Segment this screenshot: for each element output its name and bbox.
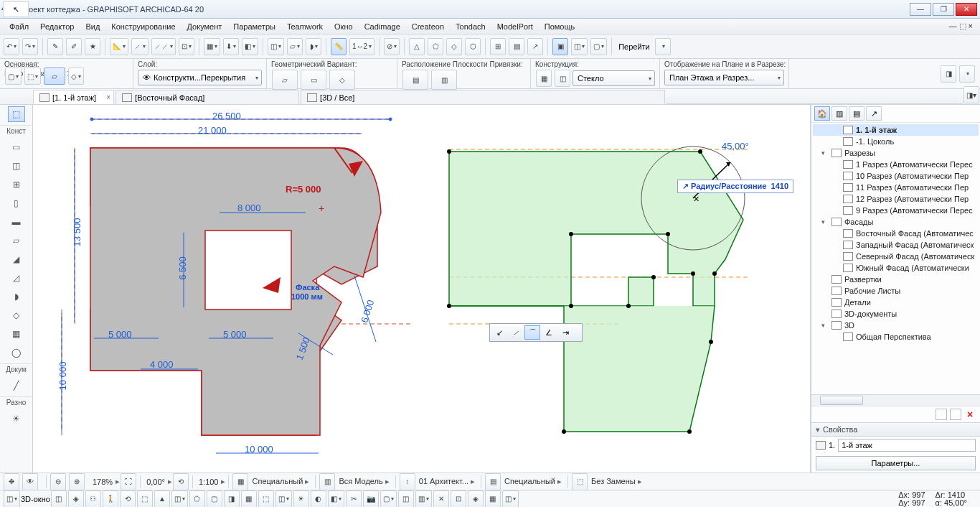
drawing-canvas[interactable]: ✕ 26 500 21 000 R=5 000 8 000 13 500 6 5… xyxy=(33,105,811,473)
sb-21[interactable]: ◫ xyxy=(398,490,414,508)
menu-document[interactable]: Документ xyxy=(182,21,227,32)
trace-ref-button[interactable]: ◫ xyxy=(571,38,588,55)
menu-view[interactable]: Вид xyxy=(80,21,105,32)
opt5-combo[interactable]: Без Замены xyxy=(588,477,645,486)
tree-node[interactable]: ▾Фасады xyxy=(813,216,979,228)
sb-11[interactable]: ◨ xyxy=(224,490,240,508)
sb-22[interactable]: ▥ xyxy=(415,490,432,508)
tree-node[interactable]: Рабочие Листы xyxy=(813,285,979,297)
fit-button[interactable]: ⛶ xyxy=(121,473,136,490)
tree-node[interactable]: Детали xyxy=(813,297,979,308)
menu-editor[interactable]: Редактор xyxy=(35,21,79,32)
sb-4[interactable]: 🚶 xyxy=(103,490,118,508)
grid-button[interactable]: ▦ xyxy=(204,38,220,55)
shape3-button[interactable]: ◇ xyxy=(446,38,462,55)
slab-tool[interactable]: ▱ xyxy=(8,233,25,248)
sb-9[interactable]: ⬠ xyxy=(189,490,205,508)
plane-top-button[interactable]: ▤ xyxy=(402,70,428,90)
pet-move-node[interactable]: ↙ xyxy=(491,325,507,340)
sb-16[interactable]: ◐ xyxy=(311,490,326,508)
pet-tangent[interactable]: ∠ xyxy=(541,325,557,340)
opt2-icon[interactable]: ▥ xyxy=(319,473,335,490)
tree-node[interactable]: Общая Перспектива xyxy=(813,331,979,343)
dimension-button[interactable]: 1↔2 xyxy=(349,38,374,55)
pick-button[interactable]: ✎ xyxy=(47,38,63,55)
zoom-in-button[interactable]: ⊕ xyxy=(69,473,85,490)
redo-button[interactable]: ↷ xyxy=(22,38,38,55)
inject-button[interactable]: ✐ xyxy=(66,38,82,55)
roof-tool[interactable]: ◿ xyxy=(8,270,25,286)
clone-view-button[interactable] xyxy=(950,409,961,420)
orbit-button[interactable]: ✥ xyxy=(4,473,19,490)
sb-26[interactable]: ▦ xyxy=(485,490,501,508)
scale-value[interactable]: 1:100 xyxy=(196,478,222,486)
suspend-button[interactable]: ⊘ xyxy=(384,38,400,55)
tab-3d[interactable]: [3D / Все] xyxy=(301,90,665,104)
menu-tondach[interactable]: Tondach xyxy=(451,21,491,32)
maximize-button[interactable]: ❐ xyxy=(933,3,954,16)
nav-project-map-button[interactable]: 🏠 xyxy=(814,106,830,121)
sb-6[interactable]: ⬚ xyxy=(137,490,153,508)
shape1-button[interactable]: △ xyxy=(409,38,425,55)
door-tool[interactable]: ◫ xyxy=(8,158,25,174)
tree-node[interactable]: Восточный Фасад (Автоматичес xyxy=(813,228,979,239)
opt1-icon[interactable]: ▦ xyxy=(232,473,248,490)
layer-combo[interactable]: 👁Конструкти...Перекрытия xyxy=(138,70,262,85)
goto-dropdown[interactable] xyxy=(655,38,671,55)
tree-node[interactable]: 3D-документы xyxy=(813,308,979,320)
sb-23[interactable]: ✕ xyxy=(433,490,449,508)
rot-reset-button[interactable]: ⟲ xyxy=(173,473,189,490)
zoom-value[interactable]: 178% xyxy=(90,478,116,486)
sb-13[interactable]: ⬚ xyxy=(258,490,274,508)
undo-button[interactable]: ↶ xyxy=(4,38,19,55)
snap-button[interactable]: ⊡ xyxy=(179,38,194,55)
sb-1[interactable]: ◫ xyxy=(51,490,67,508)
offset-button[interactable]: ⟋⟋ xyxy=(151,38,176,55)
opt4-combo[interactable]: Специальный xyxy=(501,477,565,486)
marquee-tool[interactable]: ⬚ xyxy=(8,106,25,122)
tree-node[interactable]: Западный Фасад (Автоматическ xyxy=(813,239,979,251)
menu-design[interactable]: Конструирование xyxy=(106,21,180,32)
curtain-tool[interactable]: ▦ xyxy=(8,326,25,342)
layout-button[interactable]: ▤ xyxy=(509,38,524,55)
tab-overflow-button[interactable]: ◨▾ xyxy=(963,86,979,103)
menu-teamwork[interactable]: Teamwork xyxy=(282,21,328,32)
shape4-button[interactable]: ⬡ xyxy=(465,38,481,55)
measure-button[interactable]: 📏 xyxy=(331,38,347,55)
sb-27[interactable]: ◫ xyxy=(502,490,519,508)
column-tool[interactable]: ▯ xyxy=(8,195,25,211)
opt3-combo[interactable]: 01 Архитект... xyxy=(416,477,478,486)
tab-close-icon[interactable]: × xyxy=(106,93,110,101)
arrow-tool[interactable]: ↖ xyxy=(3,1,29,17)
minimize-button[interactable]: — xyxy=(910,3,931,16)
sb-3[interactable]: ⚇ xyxy=(85,490,101,508)
shape2-button[interactable]: ⬠ xyxy=(428,38,443,55)
display-combo[interactable]: План Этажа и Разрез... xyxy=(664,70,784,85)
properties-header[interactable]: ▾Свойства xyxy=(811,422,980,437)
tree-node[interactable]: 10 Разрез (Автоматически Пер xyxy=(813,170,979,182)
ruler-button[interactable]: 📐 xyxy=(110,38,128,55)
constr-type1-button[interactable]: ▦ xyxy=(536,70,552,87)
trace-opt-button[interactable]: ▢ xyxy=(590,38,607,55)
sb-8[interactable]: ◫ xyxy=(171,490,188,508)
opt5-icon[interactable]: ⬚ xyxy=(572,473,588,490)
navigator-hscroll[interactable] xyxy=(811,394,980,406)
tree-node[interactable]: 1 Разрез (Автоматически Перес xyxy=(813,159,979,170)
sb-10[interactable]: ▢ xyxy=(207,490,222,508)
sb-18[interactable]: ✂ xyxy=(346,490,362,508)
beam-tool[interactable]: ▬ xyxy=(8,214,25,230)
tree-node[interactable]: -1. Цоколь xyxy=(813,136,979,147)
opt1-combo[interactable]: Специальный xyxy=(249,477,312,486)
sb-24[interactable]: ⊡ xyxy=(451,490,466,508)
goto-label[interactable]: Перейти xyxy=(616,42,653,51)
tab-elevation[interactable]: [Восточный Фасад] xyxy=(116,90,299,104)
skylight-tool[interactable]: ◇ xyxy=(8,307,25,323)
explore-button[interactable]: 👁 xyxy=(22,473,38,490)
sb-20[interactable]: ▢ xyxy=(380,490,397,508)
line-tool[interactable]: ╱ xyxy=(8,378,25,394)
tab-plan[interactable]: [1. 1-й этаж] × xyxy=(33,90,114,104)
cube-button[interactable]: ◫ xyxy=(268,38,284,55)
pet-palette[interactable]: ↙ ⟋ ⌒ ∠ ⇥ xyxy=(489,323,583,342)
nav-toggle-button[interactable]: ◨ xyxy=(941,65,956,83)
tree-node[interactable]: 9 Разрез (Автоматически Перес xyxy=(813,205,979,216)
